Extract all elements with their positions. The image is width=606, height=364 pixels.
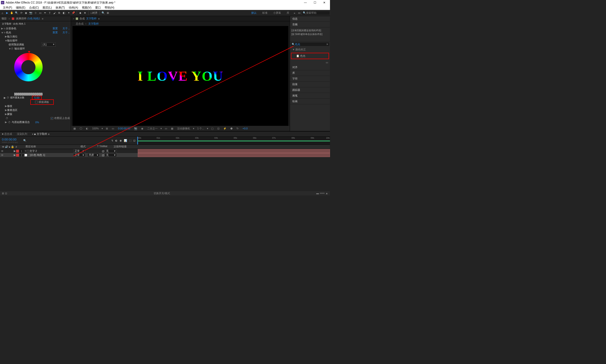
draft-icon[interactable]: ⬚ [129,139,131,142]
guides-icon[interactable]: ▭ [111,127,115,130]
layer-bar-2[interactable] [138,153,330,157]
parent-dropdown[interactable]: 无▾ [105,153,117,157]
col-trkmat[interactable]: T TrkMat [97,145,114,149]
text-tool-icon[interactable]: T [48,11,52,15]
layer-color-swatch[interactable] [16,150,19,153]
zoom-in-icon[interactable]: ▲ [325,192,328,195]
resolution-dropdown[interactable]: 二分之一 [146,127,159,130]
switch-icon[interactable]: ⊡ [133,139,135,142]
camera-tool-icon[interactable]: 📷 [29,11,33,15]
help-search-input[interactable]: 🔍 搜索帮助 [302,11,330,15]
camera-dropdown[interactable]: 活动摄像机 [176,127,191,130]
twirl-icon[interactable]: ▶ [1,27,3,30]
audio-col-icon[interactable]: 🔊 [5,145,8,148]
graph-icon[interactable]: 📊 [124,139,127,142]
reset-link[interactable]: 重置 [53,31,58,34]
orbit-tool-icon[interactable]: ⟳ [19,11,23,15]
col-mode[interactable]: 模式 [81,145,97,149]
3d-icon[interactable]: ⬢ [229,127,234,130]
workspace-default[interactable]: 默认 [249,11,259,15]
col-layer-name[interactable]: 图层名称 [24,145,81,149]
menu-composition[interactable]: 合成(C) [27,6,41,10]
panel-paint[interactable]: 绘画 [290,99,330,104]
rotate-tool-icon[interactable]: ◉ [24,11,28,15]
grid-icon[interactable]: ⊞ [106,11,110,15]
visibility-toggle[interactable]: 👁 [0,154,4,156]
maximize-button[interactable]: ☐ [310,0,320,5]
tab-main-comp[interactable]: ■ 总合成 [2,132,12,136]
twirl-icon[interactable]: ▶ [5,109,7,112]
col-parent[interactable]: 父级和链接 [114,145,137,149]
stopwatch-icon[interactable]: ⏱ [7,96,9,99]
reset-link[interactable]: 重置 [53,27,58,30]
menu-view[interactable]: 视图(V) [80,6,93,10]
twirl-icon[interactable]: ▶ [5,35,7,38]
effects-search-input[interactable]: 🔍 色光 ✕ [290,42,330,46]
twirl-open-icon[interactable]: ▼ [5,39,7,42]
stopwatch-icon[interactable]: ⏱ [8,121,11,124]
panel-paragraph[interactable]: 段落 [290,82,330,87]
zoom-tool-icon[interactable]: 🔍 [14,11,19,15]
solo-col-icon[interactable]: ● [9,145,10,148]
preset-dropdown[interactable]: [无]▾ [41,43,56,47]
panel-info[interactable]: 信息 [290,16,330,22]
anchor-tool-icon[interactable]: ⊹ [33,11,38,15]
close-button[interactable]: ✕ [320,0,329,5]
res-icon[interactable]: ⊞ [105,127,109,130]
snap-toggle[interactable]: □对齐 [90,11,98,15]
menu-window[interactable]: 窗口 [93,6,103,10]
frame-blend-icon[interactable]: ◐ [115,139,118,142]
tab-project[interactable]: 项目 [1,17,7,20]
timeline-ruler[interactable]: 00s 01s 02s 03s 04s 05s 06s 07s 08s 09s … [137,137,330,144]
trkmat-dropdown[interactable]: 亮度▾ [88,153,99,157]
more-workspaces-icon[interactable]: » [292,11,296,15]
rect-tool-icon[interactable]: ▭ [38,11,42,15]
home-icon[interactable]: ⌂ [0,11,4,15]
lock-col-icon[interactable]: 🔒 [11,145,14,148]
panel-audio[interactable]: 音频 [290,22,330,27]
alpha-icon[interactable]: ▦ [72,127,77,130]
tab-render-queue[interactable]: 渲染队列 [17,132,27,136]
interp-checkbox[interactable] [35,101,38,103]
visibility-toggle[interactable]: 👁 [0,150,4,153]
channel-icon[interactable]: ◉ [140,127,144,130]
roto-tool-icon[interactable]: ✦ [67,11,71,15]
twirl-icon[interactable]: ▶ [5,113,7,116]
panel-tracker[interactable]: 跟踪器 [290,87,330,93]
zoom-value[interactable]: 100% [91,127,100,130]
effect-fractal-noise[interactable]: 分形杂色 [6,27,48,30]
blend-mode-dropdown[interactable]: 正常▾ [73,153,85,157]
hand-tool-icon[interactable]: ✋ [10,11,14,15]
layer-bar-1[interactable] [138,149,330,153]
breadcrumb-root[interactable]: 总合成 [76,22,83,26]
motion-blur-icon[interactable]: ◉ [120,139,122,142]
twirl-open-icon[interactable]: ▼ [1,31,3,34]
brush-tool-icon[interactable]: 🖌 [52,11,57,15]
selection-tool-icon[interactable]: ▶ [5,11,9,15]
twirl-open-icon[interactable]: ▼ [9,47,11,50]
layer-color-swatch[interactable] [16,154,19,156]
stopwatch-icon[interactable]: ⏱ [6,117,8,120]
stopwatch-icon[interactable]: ⏱ [11,47,13,50]
blend-mode-dropdown[interactable]: 正常▾ [73,149,85,153]
fast-icon[interactable]: ⚡ [222,127,228,130]
search-category[interactable]: ▼ 颜色校正 [291,47,329,52]
clear-search-icon[interactable]: ✕ [326,43,328,46]
workspace-small[interactable]: 小屏幕 [270,11,284,15]
zoom-slider[interactable] [320,193,324,194]
tab-effect-controls[interactable]: 效果控件 白色 纯色1 [16,17,40,20]
panel-brush[interactable]: 画笔 [290,93,330,99]
composition-viewer[interactable]: I LOVE YOU [72,26,288,126]
comp-tab-name[interactable]: 文字取样 [86,17,96,20]
timeline-timecode[interactable]: 0:00:00:00 00000 (23.976 fps) [0,137,21,144]
menu-animation[interactable]: 动画(A) [67,6,80,10]
effect-colorama[interactable]: 色光 [6,31,48,34]
eye-col-icon[interactable]: 👁 [2,145,4,148]
zoom-out-icon[interactable]: ▬ [316,192,319,195]
views-dropdown[interactable]: 1 个... [196,127,205,130]
search-result-colorama[interactable]: 📋 色光 [291,53,329,59]
panel-menu-icon[interactable]: ≡ [98,17,99,20]
about-link[interactable]: 关于... [63,31,70,34]
menu-edit[interactable]: 编辑(E) [14,6,27,10]
about-link[interactable]: 关于... [63,27,70,30]
